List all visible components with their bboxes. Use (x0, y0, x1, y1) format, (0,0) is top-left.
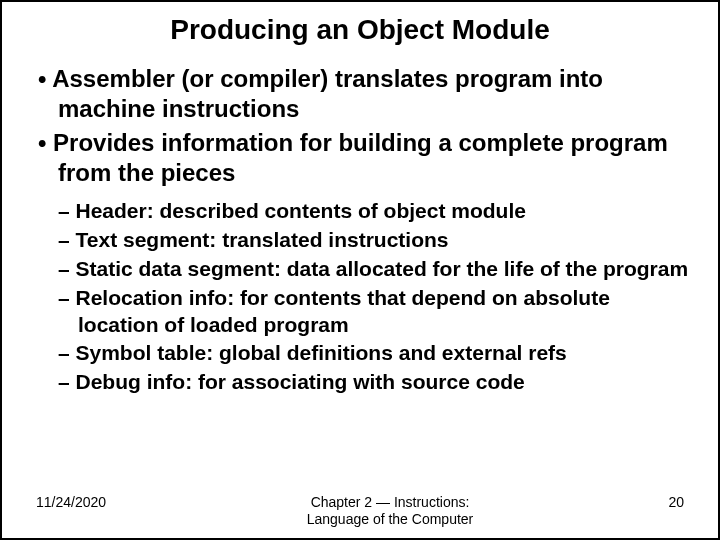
slide-footer: 11/24/2020 Chapter 2 — Instructions: Lan… (2, 494, 718, 528)
subbullet-item: Relocation info: for contents that depen… (54, 285, 690, 339)
bullet-list-level2: Header: described contents of object mod… (54, 198, 690, 396)
subbullet-item: Debug info: for associating with source … (54, 369, 690, 396)
slide-frame: Producing an Object Module Assembler (or… (0, 0, 720, 540)
footer-date: 11/24/2020 (36, 494, 156, 510)
subbullet-item: Static data segment: data allocated for … (54, 256, 690, 283)
footer-chapter: Chapter 2 — Instructions: Language of th… (156, 494, 624, 528)
subbullet-item: Text segment: translated instructions (54, 227, 690, 254)
slide-title: Producing an Object Module (30, 14, 690, 46)
footer-page-number: 20 (624, 494, 684, 510)
bullet-list-level1: Assembler (or compiler) translates progr… (30, 64, 690, 188)
subbullet-item: Header: described contents of object mod… (54, 198, 690, 225)
footer-chapter-line1: Chapter 2 — Instructions: (311, 494, 470, 510)
bullet-item: Assembler (or compiler) translates progr… (30, 64, 690, 124)
subbullet-item: Symbol table: global definitions and ext… (54, 340, 690, 367)
footer-chapter-line2: Language of the Computer (307, 511, 474, 527)
bullet-item: Provides information for building a comp… (30, 128, 690, 188)
